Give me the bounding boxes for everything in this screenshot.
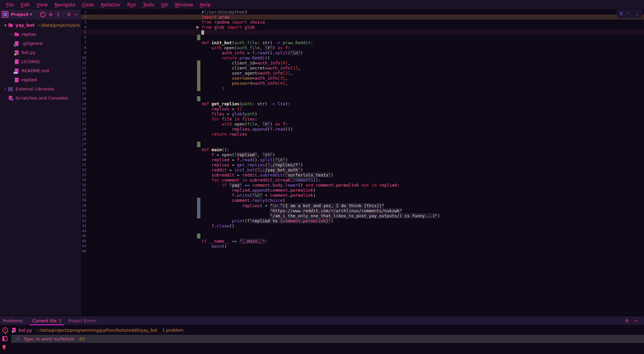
tree-item-scratches-and-consoles[interactable]: Scratches and Consoles	[0, 93, 80, 103]
vcs-change-bar[interactable]	[197, 81, 200, 86]
chevron-right-icon[interactable]: ›	[9, 32, 14, 36]
code-line-3[interactable]: 3from random import choice	[81, 20, 644, 25]
tree-item-gitignore[interactable]: ⊘.gitignore	[0, 39, 80, 48]
settings-gear-icon[interactable]: ⚙	[625, 319, 629, 323]
code-line-16[interactable]: 16 )	[81, 86, 644, 91]
menu-item-view[interactable]: View	[33, 2, 51, 7]
code-line-22[interactable]: 22 for file in files:	[81, 116, 644, 121]
code-line-34[interactable]: 34 for comment in subreddit.stream.comme…	[81, 178, 644, 183]
menu-item-navigate[interactable]: Navigate	[51, 2, 79, 7]
chevron-right-icon[interactable]: ›	[3, 87, 8, 91]
code-line-32[interactable]: 32 reddit = init_bot('../yay_bot_auth')	[81, 167, 644, 172]
problem-row-selected[interactable]: ✓〰 Typo: In word 'surferluls' :33	[11, 335, 644, 343]
code-line-5[interactable]: 5	[81, 30, 644, 35]
tree-item-replied[interactable]: replied	[0, 75, 80, 84]
code-line-2[interactable]: 2import praw	[81, 15, 644, 20]
code-line-7[interactable]: 7def init_bot(auth_file: str) -> praw.Re…	[81, 40, 644, 45]
code-line-45[interactable]: 45	[81, 234, 644, 239]
tree-item-external-libraries[interactable]: ›External Libraries	[0, 84, 80, 93]
vcs-change-bar[interactable]	[197, 208, 200, 213]
problem-file-group[interactable]: bot.py ~/data/projects/programming/pytho…	[11, 326, 184, 334]
code-line-35[interactable]: 35 if 'yay' == comment.body.lower() and …	[81, 183, 644, 188]
tree-item-replies[interactable]: ›replies	[0, 30, 80, 39]
code-line-4[interactable]: 4from glob import glob	[81, 25, 644, 30]
code-line-33[interactable]: 33 subreddit = reddit.subreddit('surferl…	[81, 172, 644, 178]
run-marker-icon[interactable]	[196, 26, 199, 29]
code-line-47[interactable]: 47 main()	[81, 244, 644, 249]
hide-panel-icon[interactable]: —	[634, 319, 638, 323]
code-line-41[interactable]: 41 "/am_i_the_only_one_that_likes_to_pos…	[81, 213, 644, 218]
code-line-39[interactable]: 39 replies) + "\n ^(I am a bot and yes, …	[81, 203, 644, 208]
vcs-change-bar[interactable]	[197, 213, 200, 218]
code-line-24[interactable]: 24 replies.append(f.read())	[81, 127, 644, 132]
vcs-change-bar[interactable]	[197, 234, 200, 239]
code-line-11[interactable]: 11 client_id=auth_info[0],	[81, 60, 644, 65]
menu-item-edit[interactable]: Edit	[17, 2, 33, 7]
code-line-12[interactable]: 12 client_secret=auth_info[1],	[81, 65, 644, 71]
menu-item-window[interactable]: Window	[171, 2, 196, 7]
code-line-23[interactable]: 23 with open(file, 'r') as f:	[81, 121, 644, 127]
vcs-change-bar[interactable]	[197, 96, 200, 101]
code-line-15[interactable]: 15 password=auth_info[4],	[81, 81, 644, 86]
tree-item-yay-bot[interactable]: ▾yay_bot~/data/projects/progr	[0, 21, 80, 30]
inspections-widget[interactable]: ✓〜 1 ⌃ ⌃	[617, 9, 642, 18]
tab-project-errors[interactable]: Project Errors	[65, 316, 100, 325]
code-line-48[interactable]: 48	[81, 249, 644, 254]
code-line-10[interactable]: 10 return praw.Reddit(	[81, 55, 644, 60]
code-line-1[interactable]: 1#!/usr/bin/python3	[81, 9, 644, 15]
code-line-28[interactable]: 28def main():	[81, 147, 644, 152]
vcs-change-bar[interactable]	[197, 76, 200, 81]
vcs-change-bar[interactable]	[197, 71, 200, 76]
code-line-26[interactable]: 26	[81, 137, 644, 142]
tree-item-license[interactable]: LICENSE	[0, 57, 80, 66]
code-line-37[interactable]: 37 f.write('\n' + comment.permalink)	[81, 193, 644, 198]
code-line-42[interactable]: 42 print(f'replied to {comment.permalink…	[81, 218, 644, 223]
chevron-down-icon[interactable]: ▾	[3, 23, 8, 27]
code-line-13[interactable]: 13 user_agent=auth_info[2],	[81, 71, 644, 76]
code-line-17[interactable]: 17	[81, 91, 644, 96]
menu-item-run[interactable]: Run	[124, 2, 140, 7]
code-line-38[interactable]: 38 comment.reply(choice(	[81, 198, 644, 203]
vcs-change-bar[interactable]	[197, 86, 200, 91]
code-line-31[interactable]: 31 replies = get_replies('./replies/*')	[81, 162, 644, 167]
next-problem-icon[interactable]: ⌃	[636, 12, 639, 16]
tab-current-file[interactable]: Current File1	[29, 316, 65, 325]
quick-fix-bulb-icon[interactable]	[2, 345, 6, 348]
menu-item-code[interactable]: Code	[79, 2, 97, 7]
preview-panel-icon[interactable]	[2, 336, 7, 341]
locate-file-icon[interactable]	[40, 12, 46, 17]
code-editor[interactable]: 1#!/usr/bin/python32import praw3from ran…	[81, 9, 644, 316]
code-line-20[interactable]: 20 replies = []	[81, 106, 644, 111]
code-line-19[interactable]: 19def get_replies(path: str) -> list:	[81, 101, 644, 106]
tree-item-readme-md[interactable]: MDREADME.md	[0, 66, 80, 75]
code-line-40[interactable]: 40 "https://www.reddit.com/r/archlinux/c…	[81, 208, 644, 213]
vcs-change-bar[interactable]	[197, 35, 200, 40]
code-line-18[interactable]: 18	[81, 96, 644, 101]
menu-item-refactor[interactable]: Refactor	[97, 2, 124, 7]
project-view-selector[interactable]: Project	[11, 12, 28, 17]
code-line-46[interactable]: 46if __name__ == "__main__":	[81, 239, 644, 244]
settings-gear-icon[interactable]: ⚙	[67, 12, 71, 17]
tree-item-bot-py[interactable]: bot.py	[0, 48, 80, 57]
expand-all-icon[interactable]	[49, 12, 53, 17]
code-line-29[interactable]: 29 f = open('replied', 'r+')	[81, 152, 644, 157]
code-line-14[interactable]: 14 username=auth_info[3],	[81, 76, 644, 81]
prev-problem-icon[interactable]: ⌃	[627, 12, 630, 16]
code-line-44[interactable]: 44	[81, 228, 644, 234]
code-line-8[interactable]: 8 with open(auth_file, 'r') as f:	[81, 45, 644, 50]
menu-item-git[interactable]: Git	[158, 2, 171, 7]
menu-item-file[interactable]: File	[3, 2, 17, 7]
code-line-27[interactable]: 27	[81, 142, 644, 147]
vcs-change-bar[interactable]	[197, 203, 200, 208]
code-line-36[interactable]: 36 replied.append(comment.permalink)	[81, 188, 644, 193]
code-line-43[interactable]: 43 f.close()	[81, 223, 644, 228]
collapse-all-icon[interactable]	[56, 12, 60, 17]
code-line-25[interactable]: 25 return replies	[81, 132, 644, 137]
vcs-change-bar[interactable]	[197, 142, 200, 147]
vcs-change-bar[interactable]	[197, 65, 200, 71]
menu-item-help[interactable]: Help	[196, 2, 214, 7]
menu-item-tools[interactable]: Tools	[140, 2, 158, 7]
code-line-21[interactable]: 21 files = glob(path)	[81, 111, 644, 116]
code-line-30[interactable]: 30 replied = f.read().split('\n')	[81, 157, 644, 162]
vcs-change-bar[interactable]	[197, 198, 200, 203]
